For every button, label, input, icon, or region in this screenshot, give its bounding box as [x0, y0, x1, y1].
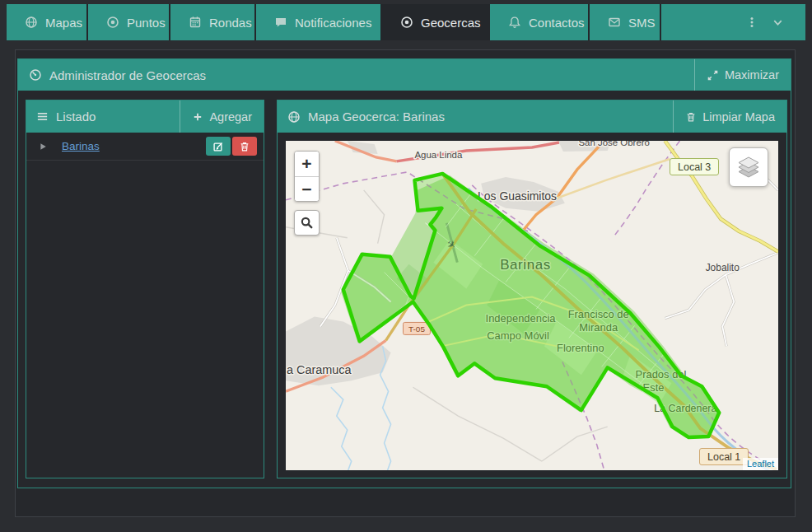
nav-tab-notificaciones[interactable]: Notificaciones: [256, 4, 382, 40]
place-label: Agua Linda: [414, 150, 463, 160]
delete-geofence-button[interactable]: [232, 137, 257, 156]
nav-overflow[interactable]: [661, 4, 805, 40]
marker-local1[interactable]: Local 1: [699, 448, 749, 465]
tab-label: Mapas: [45, 16, 82, 30]
list-icon: [36, 110, 49, 123]
admin-panel-title-wrap: Administrador de Geocercas: [18, 68, 694, 82]
map-tiles: ✈ T-05 Agua Linda Los Guasimitos San Jos…: [286, 141, 778, 470]
nav-tab-sms[interactable]: SMS: [590, 4, 661, 40]
trash-icon: [239, 141, 250, 152]
add-label: Agregar: [209, 110, 252, 124]
list-panel-header: Listado Agregar: [26, 100, 264, 133]
play-icon[interactable]: [38, 142, 48, 152]
tab-label: Geocercas: [421, 16, 481, 30]
clear-map-button[interactable]: Limpiar Mapa: [673, 100, 786, 133]
zoom-out-button[interactable]: −: [295, 176, 319, 201]
place-label: San José Obrero: [578, 141, 650, 147]
geofence-admin-panel: Administrador de Geocercas Maximizar Lis…: [17, 58, 791, 488]
maximize-label: Maximizar: [725, 68, 779, 82]
admin-panel-header: Administrador de Geocercas Maximizar: [18, 59, 791, 91]
place-label: a Caramuca: [287, 363, 352, 376]
tab-label: Puntos: [127, 16, 166, 30]
place-label: Los Guasimitos: [478, 189, 557, 203]
content-box: Administrador de Geocercas Maximizar Lis…: [15, 49, 796, 517]
main-nav: Mapas Puntos Rondas Notificaciones Geoce…: [7, 4, 805, 40]
expand-icon: [707, 69, 719, 82]
marker-local3[interactable]: Local 3: [670, 158, 719, 175]
marker-label: Local 1: [707, 451, 740, 463]
clear-map-label: Limpiar Mapa: [702, 110, 775, 124]
calendar-icon: [189, 16, 202, 29]
road-shield: T-05: [404, 322, 431, 334]
envelope-icon: [608, 16, 621, 29]
marker-label: Local 3: [678, 161, 711, 173]
geofence-link-barinas[interactable]: Barinas: [62, 140, 206, 152]
zoom-control: + −: [294, 151, 320, 202]
comment-icon: [274, 16, 287, 29]
kebab-icon[interactable]: [745, 16, 758, 29]
leaflet-attribution[interactable]: Leaflet: [743, 458, 778, 470]
nav-tab-contactos[interactable]: Contactos: [490, 4, 590, 40]
list-panel: Listado Agregar Barinas: [26, 100, 264, 478]
tab-label: Contactos: [529, 16, 585, 30]
add-geofence-button[interactable]: Agregar: [180, 100, 264, 133]
plus-icon: [192, 111, 203, 123]
page-title: Administrador de Geocercas: [49, 68, 206, 82]
nav-tab-puntos[interactable]: Puntos: [88, 4, 170, 40]
dot-circle-icon: [106, 16, 119, 29]
pencil-square-icon: [212, 141, 224, 152]
map-panel: Mapa Geocerca: Barinas Limpiar Mapa: [277, 100, 787, 478]
svg-text:T-05: T-05: [408, 324, 425, 334]
layers-control[interactable]: [729, 147, 768, 187]
place-label: Jobalito: [706, 262, 740, 273]
search-button[interactable]: [294, 210, 320, 236]
globe-icon: [25, 16, 38, 29]
map-canvas[interactable]: ✈ T-05 Agua Linda Los Guasimitos San Jos…: [286, 141, 778, 470]
zoom-in-button[interactable]: +: [295, 152, 319, 176]
geofence-list-row: Barinas: [26, 133, 264, 161]
magnifier-icon: [300, 216, 314, 230]
tab-label: Notificaciones: [295, 16, 371, 30]
nav-tab-geocercas[interactable]: Geocercas: [382, 4, 490, 40]
trash-icon: [685, 111, 697, 123]
maximize-button[interactable]: Maximizar: [694, 59, 791, 91]
nav-tab-rondas[interactable]: Rondas: [170, 4, 256, 40]
map-panel-title: Mapa Geocerca: Barinas: [308, 110, 445, 124]
chevron-down-icon[interactable]: [772, 16, 784, 29]
edit-geofence-button[interactable]: [206, 137, 231, 156]
list-panel-title: Listado: [56, 110, 96, 124]
layers-icon: [735, 156, 762, 179]
dot-circle-icon: [400, 16, 413, 29]
globe-icon: [287, 110, 301, 124]
tab-label: Rondas: [209, 16, 252, 30]
bell-icon: [508, 16, 521, 29]
map-panel-header: Mapa Geocerca: Barinas Limpiar Mapa: [278, 100, 786, 133]
gauge-icon: [29, 68, 42, 82]
tab-label: SMS: [628, 16, 656, 30]
nav-tab-mapas[interactable]: Mapas: [7, 4, 88, 40]
